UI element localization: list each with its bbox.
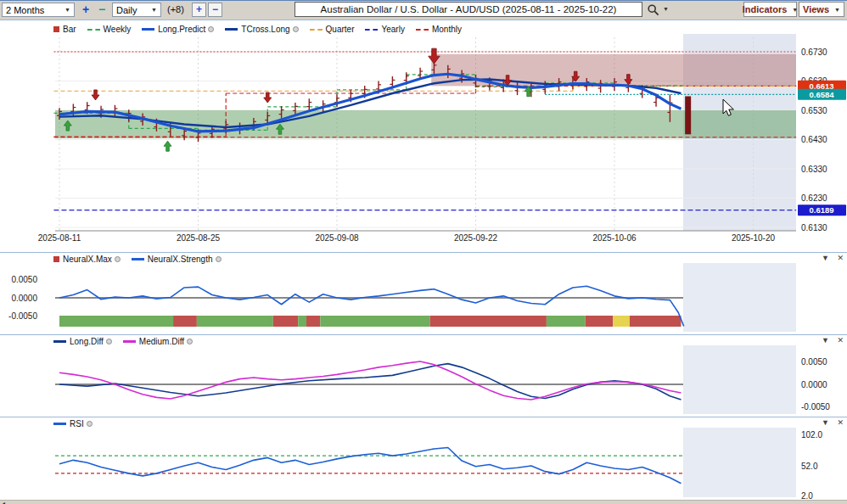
y-axis-label: 0.6730	[801, 48, 827, 57]
legend-label: Quarter	[326, 25, 355, 34]
neuralx-strip-segment	[306, 316, 320, 327]
legend-settings-dot[interactable]	[208, 26, 214, 32]
search-icon[interactable]	[647, 3, 660, 17]
y-axis-label: 0.6530	[801, 106, 827, 115]
diff-panel-legend: Long.DiffMedium.Diff	[53, 337, 204, 346]
panel-y-label: -0.0050	[8, 311, 37, 321]
legend-item-rsi[interactable]: RSI	[53, 419, 93, 428]
collapse-panel-button[interactable]: ▼	[822, 336, 829, 344]
series-line-icon	[53, 340, 66, 343]
collapse-panel-button[interactable]: ▼	[822, 418, 829, 427]
zoom-in-button[interactable]: +	[192, 3, 206, 17]
neuralx-panel-canvas[interactable]: 0.00500.0000-0.0050	[0, 253, 847, 335]
rsi-panel-legend: RSI	[53, 419, 104, 428]
legend-settings-dot[interactable]	[87, 421, 93, 427]
legend-settings-dot[interactable]	[216, 256, 222, 262]
legend-settings-dot[interactable]	[187, 339, 193, 344]
interval-select[interactable]: Daily ▼	[112, 3, 161, 17]
legend-item-neuralx-strength[interactable]: NeuralX.Strength	[132, 255, 222, 264]
chevron-down-icon: ▼	[151, 7, 157, 13]
neuralx-strip-segment	[613, 316, 630, 327]
rsi-panel-canvas[interactable]: 102.052.02.0	[0, 417, 847, 501]
legend-item-medium-diff[interactable]: Medium.Diff	[123, 337, 193, 346]
indicators-label: Indicators	[743, 4, 788, 14]
series-line-icon	[132, 258, 144, 260]
views-button[interactable]: Views ▼	[799, 2, 844, 17]
legend-label: Long.Predict	[158, 25, 205, 34]
main-price-chart: 0.67300.66300.65300.64300.63300.62300.61…	[0, 20, 847, 253]
x-axis-label: 2025-08-25	[177, 233, 221, 243]
search-dropdown-caret[interactable]: ▼	[663, 6, 669, 12]
x-axis-label: 2025-10-06	[592, 233, 637, 243]
close-panel-button[interactable]: ✕	[837, 336, 844, 344]
panel-y-label: 102.0	[801, 430, 822, 440]
legend-item-yearly[interactable]: Yearly	[365, 25, 404, 34]
legend-item-bar[interactable]: Bar	[53, 25, 76, 34]
chevron-down-icon: ▼	[792, 7, 798, 13]
symbol-title[interactable]: Australian Dollar / U.S. Dollar - AUD/US…	[294, 2, 642, 17]
diff-panel-canvas[interactable]: 0.00500.0000-0.0050	[0, 335, 847, 417]
legend-item-weekly[interactable]: Weekly	[87, 25, 132, 34]
x-axis-label: 2025-09-22	[454, 233, 498, 243]
neuralx-strip-segment	[320, 316, 429, 327]
bottom-scrollbar: ◄	[0, 500, 847, 504]
forecast-zone	[683, 428, 796, 497]
price-tag-label: 0.6584	[809, 90, 834, 99]
legend-label: NeuralX.Strength	[148, 255, 213, 264]
chevron-down-icon: ▼	[834, 7, 840, 13]
zoom-out-button[interactable]: −	[208, 3, 222, 17]
legend-label: Weekly	[104, 25, 132, 34]
legend-label: TCross.Long	[241, 25, 289, 34]
legend-label: RSI	[70, 419, 84, 428]
neuralx-strip-segment	[173, 316, 197, 327]
remove-chart-button[interactable]: −	[94, 2, 109, 17]
legend-label: NeuralX.Max	[63, 255, 112, 264]
neuralx-strip-segment	[273, 316, 298, 327]
legend-label: Medium.Diff	[139, 337, 184, 346]
series-line-icon	[123, 340, 136, 343]
rsi-line	[59, 448, 681, 484]
indicators-button[interactable]: Indicators ▼	[743, 2, 797, 17]
neuralx-strip-segment	[298, 316, 306, 327]
add-chart-button[interactable]: +	[78, 2, 93, 17]
main-chart-legend: BarWeeklyLong.PredictTCross.LongQuarterY…	[53, 25, 473, 34]
main-chart-canvas[interactable]: 0.67300.66300.65300.64300.63300.62300.61…	[0, 20, 847, 253]
panel-y-label: 0.0050	[801, 357, 827, 367]
legend-item-monthly[interactable]: Monthly	[416, 25, 462, 34]
timeframe-value: 2 Months	[6, 5, 44, 15]
indicator-panel-rsi: 102.052.02.0 RSI ▼ ✕	[0, 417, 847, 501]
neuralx-panel-legend: NeuralX.MaxNeuralX.Strength	[53, 255, 233, 264]
forecast-zone	[683, 263, 796, 332]
bar-offset-label: (+8)	[167, 4, 184, 14]
series-line-icon	[416, 29, 429, 31]
legend-item-long-predict[interactable]: Long.Predict	[142, 25, 214, 34]
legend-settings-dot[interactable]	[106, 339, 112, 344]
close-panel-button[interactable]: ✕	[837, 418, 844, 427]
x-axis-label: 2025-08-11	[38, 233, 81, 243]
close-panel-button[interactable]: ✕	[837, 254, 844, 262]
chevron-down-icon: ▼	[65, 7, 70, 13]
legend-item-neuralx-max[interactable]: NeuralX.Max	[53, 255, 121, 264]
legend-item-quarter[interactable]: Quarter	[310, 25, 355, 34]
panel-y-label: -0.0050	[801, 402, 830, 412]
forecast-zone	[683, 345, 796, 414]
series-line-icon	[53, 423, 66, 425]
price-tag-label: 0.6189	[809, 205, 833, 215]
signal-arrow-down	[264, 92, 272, 103]
timeframe-select[interactable]: 2 Months ▼	[2, 3, 75, 17]
scroll-left-button[interactable]: ◄	[2, 501, 6, 504]
neuralx-strip-segment	[59, 316, 173, 327]
series-line-icon	[310, 29, 323, 31]
series-square-icon	[53, 26, 59, 32]
legend-label: Long.Diff	[70, 337, 104, 346]
indicator-panel-neuralx: 0.00500.0000-0.0050 NeuralX.MaxNeuralX.S…	[0, 252, 847, 335]
legend-label: Bar	[63, 25, 76, 34]
y-axis-label: 0.6330	[801, 165, 827, 174]
legend-item-tcross-long[interactable]: TCross.Long	[225, 25, 298, 34]
series-line-icon	[365, 29, 378, 31]
legend-settings-dot[interactable]	[293, 26, 299, 32]
legend-label: Monthly	[432, 25, 462, 34]
legend-settings-dot[interactable]	[115, 256, 121, 262]
collapse-panel-button[interactable]: ▼	[822, 254, 829, 262]
legend-item-long-diff[interactable]: Long.Diff	[53, 337, 112, 346]
